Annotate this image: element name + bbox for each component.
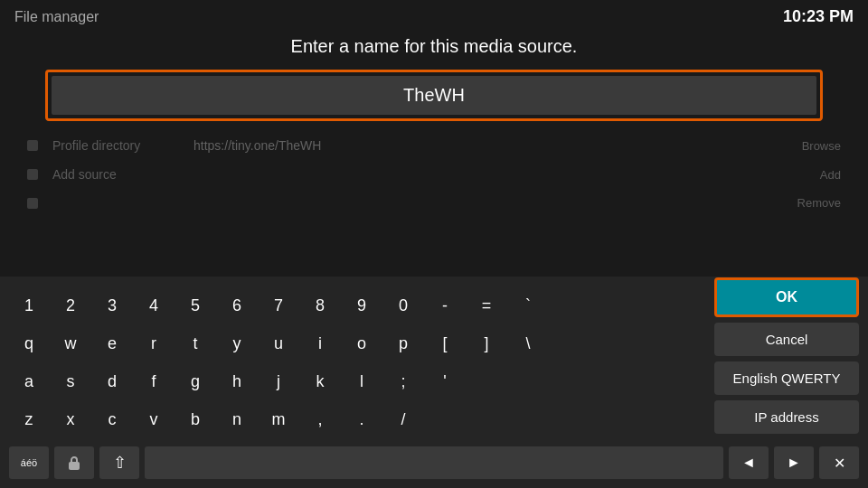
key-m[interactable]: m [259, 401, 298, 437]
add-label: Add source [52, 167, 179, 182]
key-l[interactable]: l [342, 363, 382, 399]
key-v[interactable]: v [134, 401, 174, 437]
key-9[interactable]: 9 [342, 287, 382, 324]
browse-btn: Browse [802, 139, 841, 153]
spacebar[interactable] [145, 446, 723, 479]
key-c[interactable]: c [92, 401, 132, 437]
key-2[interactable]: 2 [51, 287, 90, 324]
file-manager-background: Profile directory https://tiny.one/TheWH… [0, 131, 868, 217]
key-equals[interactable]: = [467, 287, 506, 324]
shift-key[interactable]: ⇧ [99, 446, 139, 479]
dialog-area: Enter a name for this media source. [45, 27, 823, 134]
key-h[interactable]: h [217, 363, 257, 399]
key-x[interactable]: x [51, 401, 90, 437]
key-w[interactable]: w [51, 325, 90, 361]
key-k[interactable]: k [300, 363, 340, 399]
bottom-toolbar: áéö ⇧ ◄ ► ✕ [0, 441, 868, 479]
backspace-key[interactable]: ✕ [819, 446, 859, 479]
key-q[interactable]: q [9, 325, 49, 361]
bg-row-add: Add source Add [18, 160, 850, 189]
right-buttons-panel: OK Cancel English QWERTY IP address [714, 277, 859, 434]
key-z[interactable]: z [9, 401, 49, 437]
key-minus[interactable]: - [425, 287, 465, 324]
key-j[interactable]: j [259, 363, 298, 399]
bg-row-remove: Remove [18, 189, 850, 217]
key-semicolon[interactable]: ; [383, 363, 423, 399]
key-r[interactable]: r [134, 325, 174, 361]
key-rbracket[interactable]: ] [467, 325, 506, 361]
bg-row-profile: Profile directory https://tiny.one/TheWH… [18, 131, 850, 160]
key-backtick[interactable]: ` [508, 287, 548, 324]
key-6[interactable]: 6 [217, 287, 257, 324]
key-lbracket[interactable]: [ [425, 325, 465, 361]
key-g[interactable]: g [175, 363, 215, 399]
key-i[interactable]: i [300, 325, 340, 361]
ok-button[interactable]: OK [714, 277, 859, 317]
add-btn: Add [820, 168, 841, 182]
key-1[interactable]: 1 [9, 287, 49, 324]
app-title: File manager [14, 9, 99, 25]
key-7[interactable]: 7 [259, 287, 298, 324]
key-4[interactable]: 4 [134, 287, 174, 324]
row-icon-add [27, 169, 38, 180]
key-o[interactable]: o [342, 325, 382, 361]
svg-rect-0 [69, 462, 80, 470]
key-5[interactable]: 5 [175, 287, 215, 324]
profile-url: https://tiny.one/TheWH [193, 138, 788, 153]
key-t[interactable]: t [175, 325, 215, 361]
row-icon-remove [27, 198, 38, 209]
name-input[interactable] [52, 76, 816, 115]
key-backslash[interactable]: \ [508, 325, 548, 361]
key-slash[interactable]: / [383, 401, 423, 437]
key-f[interactable]: f [134, 363, 174, 399]
key-8[interactable]: 8 [300, 287, 340, 324]
key-y[interactable]: y [217, 325, 257, 361]
row-icon [27, 140, 38, 151]
key-d[interactable]: d [92, 363, 132, 399]
key-3[interactable]: 3 [92, 287, 132, 324]
ip-address-button[interactable]: IP address [714, 400, 859, 434]
left-key[interactable]: ◄ [729, 446, 769, 479]
key-e[interactable]: e [92, 325, 132, 361]
remove-btn: Remove [797, 196, 841, 210]
layout-button[interactable]: English QWERTY [714, 361, 859, 395]
dialog-prompt: Enter a name for this media source. [45, 36, 823, 57]
key-p[interactable]: p [383, 325, 423, 361]
key-u[interactable]: u [259, 325, 298, 361]
key-0[interactable]: 0 [383, 287, 423, 324]
clock: 10:23 PM [783, 7, 854, 26]
right-key[interactable]: ► [774, 446, 814, 479]
lock-icon [65, 454, 83, 472]
cancel-button[interactable]: Cancel [714, 323, 859, 356]
key-comma[interactable]: , [300, 401, 340, 437]
profile-label: Profile directory [52, 138, 179, 153]
key-s[interactable]: s [51, 363, 90, 399]
accents-key[interactable]: áéö [9, 446, 49, 479]
input-wrapper [45, 70, 823, 121]
key-a[interactable]: a [9, 363, 49, 399]
key-b[interactable]: b [175, 401, 215, 437]
key-n[interactable]: n [217, 401, 257, 437]
symbols-key[interactable] [54, 446, 94, 479]
key-period[interactable]: . [342, 401, 382, 437]
key-quote[interactable]: ' [425, 363, 465, 399]
